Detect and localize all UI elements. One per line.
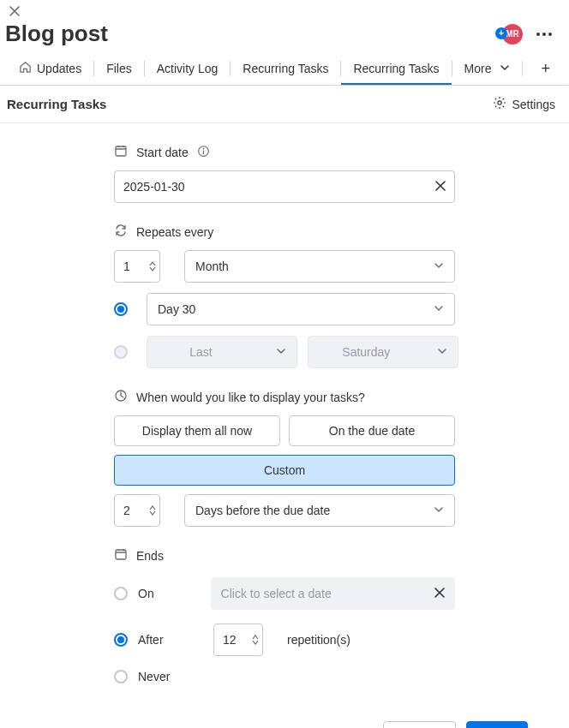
display-unit-value: Days before the due date	[195, 504, 330, 517]
repeat-last-select: Last	[147, 336, 297, 368]
repeat-icon	[114, 224, 128, 240]
cancel-button[interactable]: Cancel	[383, 721, 456, 728]
add-tab-button[interactable]: +	[529, 53, 562, 85]
display-custom-label: Custom	[264, 463, 305, 477]
repeat-day-radio[interactable]	[114, 302, 128, 316]
page-title: Blog post	[5, 21, 108, 47]
ends-on-date-input[interactable]: Click to select a date	[211, 577, 455, 610]
ends-never-label: Never	[138, 670, 179, 683]
info-icon[interactable]	[197, 145, 210, 160]
ends-after-count-value: 12	[223, 633, 237, 647]
ends-after-count-input[interactable]: 12	[213, 624, 263, 656]
repeats-label: Repeats every	[136, 225, 213, 239]
ends-on-date-placeholder: Click to select a date	[221, 587, 332, 600]
display-all-now-label: Display them all now	[142, 424, 252, 438]
svg-point-0	[498, 101, 501, 104]
clear-start-date-icon[interactable]	[435, 180, 446, 194]
panel-title: Recurring Tasks	[7, 97, 106, 111]
tab-separator	[522, 61, 523, 76]
tab-updates-label: Updates	[37, 62, 81, 75]
repeats-block: Repeats every 1 Month Day 30	[114, 224, 455, 368]
repeat-last-weekday-radio[interactable]	[114, 345, 128, 359]
repeat-weekday-select: Saturday	[308, 336, 458, 368]
repeat-unit-select[interactable]: Month	[184, 250, 455, 283]
start-date-label: Start date	[136, 146, 189, 159]
home-icon	[19, 61, 32, 76]
avatar[interactable]: + MR	[502, 24, 523, 45]
stepper-icon[interactable]	[252, 635, 259, 645]
tab-files-label: Files	[106, 62, 132, 75]
display-unit-select[interactable]: Days before the due date	[184, 494, 455, 527]
display-block: When would you like to display your task…	[114, 389, 455, 527]
ends-after-radio[interactable]	[114, 633, 128, 647]
save-button[interactable]: Save	[466, 721, 528, 728]
tab-recurring-tasks-2-label: Recurring Tasks	[353, 62, 439, 75]
start-date-input[interactable]: 2025-01-30	[114, 170, 455, 203]
repeat-last-label: Last	[189, 345, 212, 359]
tab-more[interactable]: More	[452, 53, 523, 84]
chevron-down-icon	[437, 345, 447, 359]
chevron-down-icon	[434, 260, 444, 273]
chevron-down-icon	[276, 345, 286, 359]
repeat-unit-value: Month	[195, 260, 229, 273]
stepper-icon[interactable]	[149, 505, 156, 516]
svg-rect-1	[116, 146, 126, 156]
ends-on-radio[interactable]	[114, 587, 128, 600]
display-label: When would you like to display your task…	[136, 391, 365, 404]
ends-label: Ends	[136, 549, 164, 563]
tab-activity-log[interactable]: Activity Log	[145, 53, 231, 84]
clear-ends-date-icon[interactable]	[434, 587, 445, 600]
tab-recurring-tasks-1-label: Recurring Tasks	[243, 62, 328, 75]
plus-icon: +	[495, 27, 507, 39]
tab-files[interactable]: Files	[94, 53, 144, 84]
start-date-block: Start date 2025-01-30	[114, 144, 455, 203]
svg-rect-6	[116, 550, 126, 559]
svg-point-3	[202, 147, 204, 149]
chevron-down-icon	[434, 504, 444, 517]
tabs: Updates Files Activity Log Recurring Tas…	[0, 52, 569, 86]
settings-button[interactable]: Settings	[493, 96, 555, 112]
ends-after-suffix: repetition(s)	[287, 633, 350, 647]
more-options-icon[interactable]	[533, 29, 555, 39]
repeat-day-select[interactable]: Day 30	[147, 293, 455, 325]
repeat-day-value: Day 30	[158, 302, 195, 316]
start-date-value: 2025-01-30	[123, 180, 185, 194]
display-on-due-button[interactable]: On the due date	[289, 415, 455, 446]
tab-recurring-tasks-2[interactable]: Recurring Tasks	[341, 53, 451, 84]
repeat-weekday-value: Saturday	[342, 345, 390, 359]
display-all-now-button[interactable]: Display them all now	[114, 415, 280, 446]
display-count-value: 2	[123, 504, 130, 517]
chevron-down-icon	[496, 62, 510, 75]
clock-icon	[114, 389, 128, 405]
gear-icon	[493, 96, 506, 112]
repeat-count-value: 1	[123, 260, 130, 273]
calendar-icon	[114, 144, 128, 160]
stepper-icon[interactable]	[149, 261, 156, 272]
repeat-count-input[interactable]: 1	[114, 250, 160, 283]
tab-recurring-tasks-1[interactable]: Recurring Tasks	[231, 53, 340, 84]
settings-label: Settings	[512, 98, 555, 111]
chevron-down-icon	[434, 302, 444, 316]
tab-more-label: More	[464, 62, 492, 75]
ends-block: Ends On Click to select a date After 12	[114, 547, 455, 683]
ends-never-radio[interactable]	[114, 670, 128, 683]
tab-activity-log-label: Activity Log	[157, 62, 219, 75]
calendar-icon	[114, 547, 128, 564]
display-count-input[interactable]: 2	[114, 494, 160, 527]
ends-on-label: On	[138, 587, 177, 600]
display-custom-button[interactable]: Custom	[114, 455, 455, 486]
ends-after-label: After	[138, 633, 179, 647]
display-on-due-label: On the due date	[329, 424, 415, 438]
svg-rect-4	[203, 150, 204, 154]
close-icon[interactable]	[7, 3, 22, 19]
tab-updates[interactable]: Updates	[7, 52, 93, 85]
avatar-initials: MR	[506, 29, 519, 39]
